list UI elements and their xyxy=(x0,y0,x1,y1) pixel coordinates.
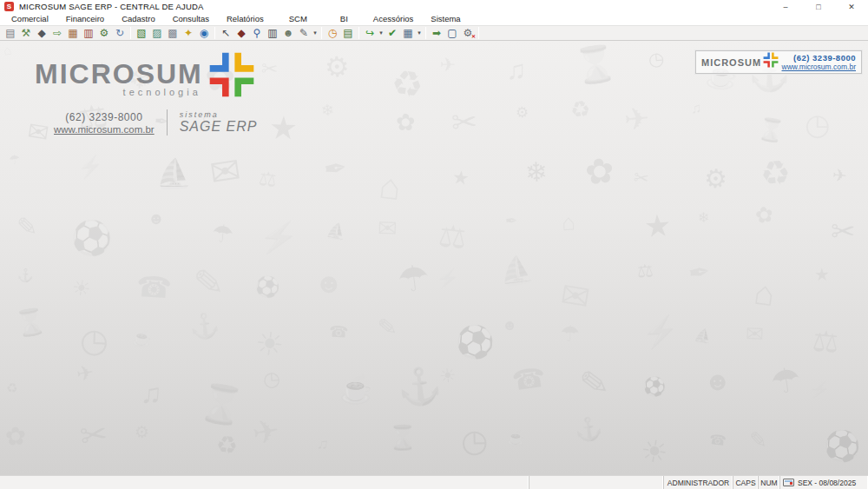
watermark-icon: ✿ xyxy=(582,149,616,193)
pointer-flash-icon[interactable]: ↖ xyxy=(218,26,233,40)
watermark-icon: ♫ xyxy=(315,434,330,454)
copy-documents-icon[interactable]: ▩ xyxy=(165,26,181,40)
app-icon: S xyxy=(4,2,14,11)
watermark-icon: ◷ xyxy=(805,107,831,142)
watermark-icon: ✉ xyxy=(207,149,243,195)
watermark-icon: ⚡ xyxy=(257,217,300,258)
catalog-book-icon[interactable]: ▧ xyxy=(134,26,149,40)
watermark-icon: ✈ xyxy=(249,412,282,453)
menu-financeiro[interactable]: Financeiro xyxy=(57,13,113,25)
menu-acessorios[interactable]: Acessórios xyxy=(365,13,422,25)
money-bag-icon[interactable]: ◆ xyxy=(34,26,49,40)
watermark-icon: ✎ xyxy=(577,361,611,405)
watermark-icon: ✉ xyxy=(377,215,398,243)
toolbar-separator xyxy=(358,27,359,39)
watermark-icon: ☀ xyxy=(253,324,286,364)
microsum-plus-logo-icon xyxy=(208,51,255,102)
vehicle-icon[interactable]: ◆ xyxy=(233,26,249,40)
watermark-icon: ★ xyxy=(268,109,299,147)
watermark-icon: ✎ xyxy=(16,211,38,241)
watermark-icon: ✉ xyxy=(746,320,765,347)
watermark-icon: ✎ xyxy=(749,426,768,453)
watermark-icon: ☀ xyxy=(639,433,671,471)
dropdown-caret-icon[interactable]: ▾ xyxy=(312,30,319,36)
globe-icon[interactable]: ◉ xyxy=(196,26,212,40)
watermark-icon: ♫ xyxy=(690,101,702,117)
workstation-icon[interactable]: ▤ xyxy=(3,26,18,40)
export-icon[interactable]: ➡ xyxy=(429,26,444,40)
clock-icon[interactable]: ◷ xyxy=(325,26,340,40)
watermark-icon: ★ xyxy=(814,263,831,285)
columns-report-icon[interactable]: ▥ xyxy=(265,26,280,40)
forward-arrow-icon[interactable]: ↪ xyxy=(362,26,378,40)
menu-consultas[interactable]: Consultas xyxy=(164,13,218,25)
menu-bi[interactable]: BI xyxy=(324,13,365,25)
refresh-document-icon[interactable]: ↻ xyxy=(112,26,128,40)
watermark-icon: ★ xyxy=(642,208,672,244)
menu-sistema[interactable]: Sistema xyxy=(422,13,469,25)
maximize-button[interactable]: □ xyxy=(802,0,835,13)
minimize-button[interactable]: – xyxy=(769,0,802,13)
watermark-icon: ☂ xyxy=(7,151,21,169)
watermark-icon: ⛵ xyxy=(694,326,713,344)
watermark-icon: ✈ xyxy=(832,164,848,186)
watermark-icon: ⚙ xyxy=(516,103,529,122)
watermark-icon: ☎ xyxy=(135,268,173,305)
library-icon[interactable]: ▤ xyxy=(340,26,356,40)
watermark-icon: ⚽ xyxy=(253,274,281,301)
messenger-bird-icon[interactable]: ✦ xyxy=(181,26,196,40)
delivery-truck-icon[interactable]: ⇨ xyxy=(49,26,65,40)
menu-cadastro[interactable]: Cadastro xyxy=(113,13,164,25)
monitor-icon[interactable]: ▢ xyxy=(444,26,460,40)
watermark-icon: ⚖ xyxy=(257,167,278,192)
images-icon[interactable]: ▨ xyxy=(149,26,165,40)
menubar: ComercialFinanceiroCadastroConsultasRela… xyxy=(0,13,868,25)
watermark-icon: ⌛ xyxy=(195,380,247,429)
watermark-icon: ✂ xyxy=(633,167,650,189)
brand-website-link[interactable]: www.microsum.com.br xyxy=(54,124,155,135)
equipment-icon[interactable]: ⚙ xyxy=(96,26,112,40)
watermark-icon: ⚖ xyxy=(812,323,841,360)
toolbar-separator xyxy=(321,27,322,39)
watermark-icon: ⚽ xyxy=(454,323,496,363)
header-website-link[interactable]: www.microsum.com.br xyxy=(782,63,856,71)
watermark-icon: ♻ xyxy=(759,152,792,194)
brand-block: MICROSUM tecnologia (6 xyxy=(35,60,257,135)
close-button[interactable]: ✕ xyxy=(835,0,868,13)
checklist-icon[interactable]: ✔ xyxy=(385,26,400,40)
dropdown-caret-icon[interactable]: ▾ xyxy=(378,30,385,36)
watermark-icon: ☎ xyxy=(510,361,548,398)
toolbar-separator xyxy=(214,27,215,39)
watermark-icon: ☀ xyxy=(438,364,457,388)
watermark-icon: ☻ xyxy=(702,366,732,397)
brand-tagline: tecnologia xyxy=(123,87,201,97)
edit-document-icon[interactable]: ✎ xyxy=(296,26,312,40)
cart-icon[interactable]: ⚒ xyxy=(18,26,34,40)
watermark-icon: ⌛ xyxy=(388,423,418,452)
system-label: sistema xyxy=(180,110,258,119)
stock-box-icon[interactable]: ▦ xyxy=(65,26,81,40)
watermark-icon: ♻ xyxy=(569,95,593,124)
window-title: MICROSUM SAGE ERP - CENTRAL DE AJUDA xyxy=(19,2,204,11)
close-badge-icon: ✕ xyxy=(471,34,476,39)
archive-cabinet-icon[interactable]: ▥ xyxy=(81,26,96,40)
watermark-icon: ☻ xyxy=(502,317,517,334)
watermark-icon: ✈ xyxy=(440,54,456,76)
watermark-icon: ⛵ xyxy=(155,155,192,191)
watermark-icon: ⚓ xyxy=(396,364,444,409)
menu-relatorios[interactable]: Relatórios xyxy=(218,13,273,25)
menu-comercial[interactable]: Comercial xyxy=(3,13,57,25)
search-icon[interactable]: ⚲ xyxy=(249,26,265,40)
client-area: ⌂★❄✿✂⚙♻✈♫⌛◷☕⚓☀✉⚖✒⌂★❄✿✂⚙♻✈♫⌛◷☂⚡⛵✉⚖✒⌂★❄✿✂⚙… xyxy=(0,41,868,475)
status-caps-indicator: CAPS xyxy=(733,476,759,489)
watermark-icon: ✎ xyxy=(192,260,226,304)
users-icon[interactable]: ☻ xyxy=(280,26,296,40)
menu-scm[interactable]: SCM xyxy=(273,13,324,25)
watermark-icon: ♻ xyxy=(214,430,239,460)
watermark-icon: ⚽ xyxy=(642,375,667,398)
dropdown-caret-icon[interactable]: ▾ xyxy=(416,30,423,36)
calculator-icon[interactable]: ▦ xyxy=(400,26,416,40)
watermark-icon: ⚡ xyxy=(76,154,104,180)
exit-system-icon[interactable]: ⚙✕ xyxy=(460,26,476,40)
watermark-icon: ⚽ xyxy=(69,217,114,259)
